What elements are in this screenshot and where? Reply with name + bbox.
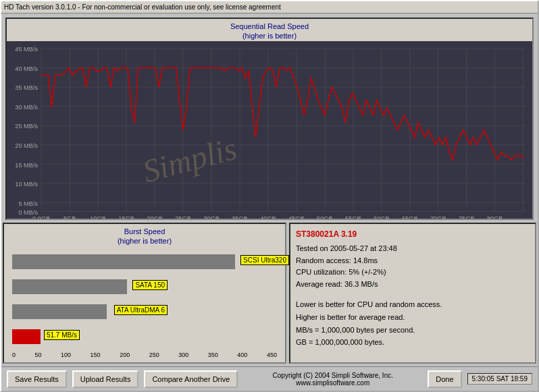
svg-text:40 MB/s: 40 MB/s	[15, 64, 38, 72]
svg-text:35GB: 35GB	[232, 214, 248, 219]
burst-chart-container: Burst Speed (higher is better) SCSI Ultr…	[3, 223, 286, 364]
bar-label-scsi: SCSI Ultra320	[240, 255, 289, 265]
svg-text:35 MB/s: 35 MB/s	[15, 84, 38, 91]
info-notes: Lower is better for CPU and random acces…	[296, 298, 530, 349]
time-display: 5:30:05 SAT 18:59	[467, 373, 532, 385]
svg-text:15GB: 15GB	[118, 214, 134, 219]
svg-text:5GB: 5GB	[63, 214, 76, 219]
svg-text:5 MB/s: 5 MB/s	[18, 199, 38, 206]
svg-text:30GB: 30GB	[203, 214, 220, 219]
svg-text:40GB: 40GB	[260, 214, 276, 219]
burst-x-axis: 0 50 100 150 200 250 300 350 400 450	[7, 350, 282, 360]
bar-row-scsi: SCSI Ultra320	[12, 254, 277, 269]
bar-row-sata: SATA 150	[12, 279, 277, 294]
svg-text:45GB: 45GB	[288, 214, 305, 219]
svg-text:25 MB/s: 25 MB/s	[15, 122, 38, 130]
compare-drive-button[interactable]: Compare Another Drive	[144, 370, 238, 388]
bar-row-ata: ATA UltraDMA 6	[12, 304, 277, 319]
bar-label-ata: ATA UltraDMA 6	[114, 305, 168, 315]
svg-text:75GB: 75GB	[459, 214, 475, 219]
info-title: ST380021A 3.19	[296, 229, 530, 239]
bar-drive: 51.7 MB/s	[12, 329, 41, 344]
svg-text:0.0GB: 0.0GB	[32, 214, 50, 219]
done-button[interactable]: Done	[428, 370, 461, 388]
toolbar: Save Results Upload Results Compare Anot…	[1, 366, 538, 391]
bar-sata: SATA 150	[12, 279, 127, 294]
upload-results-button[interactable]: Upload Results	[72, 370, 139, 388]
bar-ata: ATA UltraDMA 6	[12, 304, 107, 319]
svg-text:80GB: 80GB	[487, 214, 503, 219]
svg-text:50GB: 50GB	[317, 214, 333, 219]
svg-text:60GB: 60GB	[374, 214, 390, 219]
bar-label-drive: 51.7 MB/s	[44, 330, 80, 340]
bar-row-drive: 51.7 MB/s	[12, 329, 277, 344]
title-bar: HD Tach version 3.0.1.0 - For non-commer…	[1, 1, 538, 13]
burst-chart-title: Burst Speed (higher is better)	[7, 227, 282, 246]
svg-text:70GB: 70GB	[430, 214, 446, 219]
info-lines: Tested on 2005-05-27 at 23:48 Random acc…	[296, 243, 530, 290]
svg-text:30 MB/s: 30 MB/s	[15, 103, 38, 110]
svg-text:55GB: 55GB	[345, 214, 361, 219]
save-results-button[interactable]: Save Results	[7, 370, 67, 388]
svg-text:10 MB/s: 10 MB/s	[15, 179, 38, 187]
svg-text:10GB: 10GB	[90, 214, 106, 219]
svg-text:15 MB/s: 15 MB/s	[15, 161, 38, 168]
title-bar-text: HD Tach version 3.0.1.0 - For non-commer…	[4, 3, 281, 11]
bar-scsi: SCSI Ultra320	[12, 254, 235, 269]
bar-label-sata: SATA 150	[132, 280, 168, 290]
copyright-text: Copyright (C) 2004 Simpli Software, Inc.…	[243, 372, 422, 387]
svg-text:45 MB/s: 45 MB/s	[15, 45, 38, 53]
svg-text:25GB: 25GB	[175, 214, 191, 219]
svg-text:65GB: 65GB	[402, 214, 418, 219]
seq-chart-title: Sequential Read Speed (higher is better)	[230, 22, 309, 41]
info-panel: ST380021A 3.19 Tested on 2005-05-27 at 2…	[289, 223, 536, 364]
svg-text:20 MB/s: 20 MB/s	[15, 141, 38, 148]
sequential-chart-container: Sequential Read Speed (higher is better)…	[5, 18, 534, 220]
sequential-chart-svg: 45 MB/s 40 MB/s 35 MB/s 30 MB/s 25 MB/s …	[7, 41, 532, 219]
svg-text:20GB: 20GB	[147, 214, 163, 219]
